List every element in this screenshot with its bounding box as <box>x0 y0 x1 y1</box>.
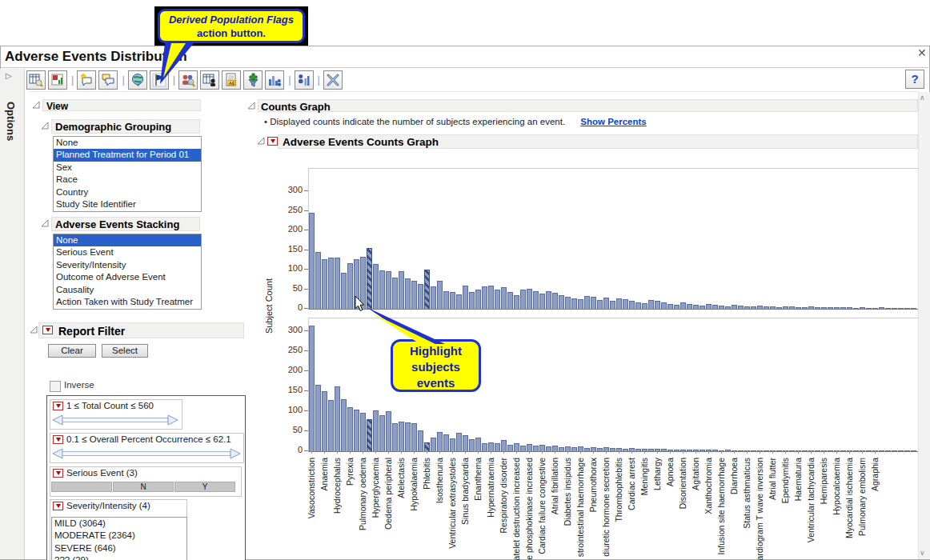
bar[interactable] <box>475 438 481 451</box>
list-item[interactable]: Race <box>54 174 201 186</box>
bar[interactable] <box>879 307 884 309</box>
red-triangle-menu-icon[interactable] <box>53 502 63 510</box>
demographic-grouping-header[interactable]: Demographic Grouping <box>51 119 200 134</box>
bar[interactable] <box>732 305 737 309</box>
bar[interactable] <box>661 449 667 451</box>
bar[interactable] <box>456 433 462 452</box>
bar[interactable] <box>335 258 340 309</box>
bar[interactable] <box>712 305 718 309</box>
scroll-up-icon[interactable]: ∧ <box>920 94 925 102</box>
bar[interactable] <box>399 422 404 451</box>
bar[interactable] <box>840 307 846 309</box>
bar[interactable] <box>367 248 372 309</box>
serious-event-n-segment[interactable]: N <box>113 482 174 492</box>
bar[interactable] <box>610 301 615 309</box>
bar[interactable] <box>911 450 916 452</box>
bar[interactable] <box>546 446 551 451</box>
bar[interactable] <box>482 286 487 309</box>
bar[interactable] <box>629 301 635 309</box>
bar[interactable] <box>885 450 891 452</box>
vertical-scrollbar[interactable] <box>918 92 930 559</box>
bar[interactable] <box>501 440 507 451</box>
bar[interactable] <box>616 298 622 309</box>
list-item[interactable]: Severity/Intensity <box>54 259 201 271</box>
bar[interactable] <box>776 450 782 452</box>
bar[interactable] <box>597 448 603 451</box>
share-web-icon[interactable] <box>128 70 147 90</box>
bar[interactable] <box>539 294 545 309</box>
bar[interactable] <box>533 446 539 451</box>
list-item[interactable]: Country <box>54 186 201 198</box>
bar[interactable] <box>354 410 359 451</box>
bar[interactable] <box>744 306 750 309</box>
bar[interactable] <box>322 391 327 451</box>
bar[interactable] <box>463 286 468 309</box>
bar[interactable] <box>475 290 481 310</box>
bar[interactable] <box>335 386 340 452</box>
red-triangle-menu-icon[interactable] <box>53 469 63 478</box>
bar[interactable] <box>866 308 872 310</box>
select-button[interactable]: Select <box>102 344 148 358</box>
bar[interactable] <box>584 448 590 452</box>
bar[interactable] <box>386 411 391 451</box>
ae-counts-graph-header[interactable]: Adverse Events Counts Graph <box>278 134 918 149</box>
bar[interactable] <box>648 300 654 309</box>
add-note-icon[interactable] <box>77 70 96 90</box>
counts-graph-header[interactable]: Counts Graph <box>258 99 918 112</box>
bar[interactable] <box>635 449 641 452</box>
bar[interactable] <box>757 306 763 309</box>
bar[interactable] <box>591 297 596 309</box>
bar[interactable] <box>501 287 507 309</box>
disclosure-icon[interactable] <box>257 137 265 145</box>
list-item[interactable]: None <box>54 137 201 149</box>
bar[interactable] <box>815 450 820 452</box>
bar[interactable] <box>840 450 846 452</box>
bar[interactable] <box>764 450 769 452</box>
bar[interactable] <box>642 303 647 309</box>
bar[interactable] <box>738 306 744 309</box>
list-item[interactable]: MILD (3064) <box>52 518 186 530</box>
disclosure-icon[interactable] <box>247 102 255 110</box>
bar[interactable] <box>341 273 347 309</box>
bar[interactable] <box>360 413 366 451</box>
bar[interactable] <box>680 302 686 309</box>
bar[interactable] <box>834 307 840 309</box>
add-filter-icon[interactable] <box>243 70 263 90</box>
bar[interactable] <box>495 443 500 451</box>
bar[interactable] <box>533 291 539 309</box>
bar[interactable] <box>559 295 564 309</box>
bar[interactable] <box>450 438 455 452</box>
bar[interactable] <box>373 264 379 309</box>
bar[interactable] <box>514 295 519 309</box>
save-graph-icon[interactable] <box>48 70 67 90</box>
close-report-icon[interactable] <box>323 70 343 90</box>
bar[interactable] <box>693 305 699 309</box>
bar[interactable] <box>507 445 513 452</box>
bar[interactable] <box>808 306 814 309</box>
bar[interactable] <box>725 450 731 451</box>
bar[interactable] <box>488 286 494 309</box>
show-percents-link[interactable]: Show Percents <box>580 117 646 126</box>
bar[interactable] <box>770 306 776 309</box>
bar[interactable] <box>828 307 833 309</box>
bar[interactable] <box>309 326 315 452</box>
bar[interactable] <box>341 399 347 451</box>
bar[interactable] <box>367 419 372 451</box>
bar[interactable] <box>373 410 379 451</box>
bar[interactable] <box>507 292 513 309</box>
bar[interactable] <box>674 305 679 309</box>
bar[interactable] <box>700 306 705 309</box>
bar[interactable] <box>405 422 411 452</box>
red-triangle-menu-icon[interactable] <box>53 435 63 444</box>
bar[interactable] <box>392 423 398 451</box>
bar[interactable] <box>559 447 564 452</box>
bar[interactable] <box>578 299 583 309</box>
red-triangle-menu-icon[interactable] <box>42 326 53 334</box>
bar[interactable] <box>802 450 808 452</box>
bar[interactable] <box>322 259 327 309</box>
clear-button[interactable]: Clear <box>48 344 96 358</box>
bar[interactable] <box>764 306 769 309</box>
bar[interactable] <box>719 306 724 309</box>
bar[interactable] <box>571 298 577 309</box>
bar[interactable] <box>379 270 385 309</box>
